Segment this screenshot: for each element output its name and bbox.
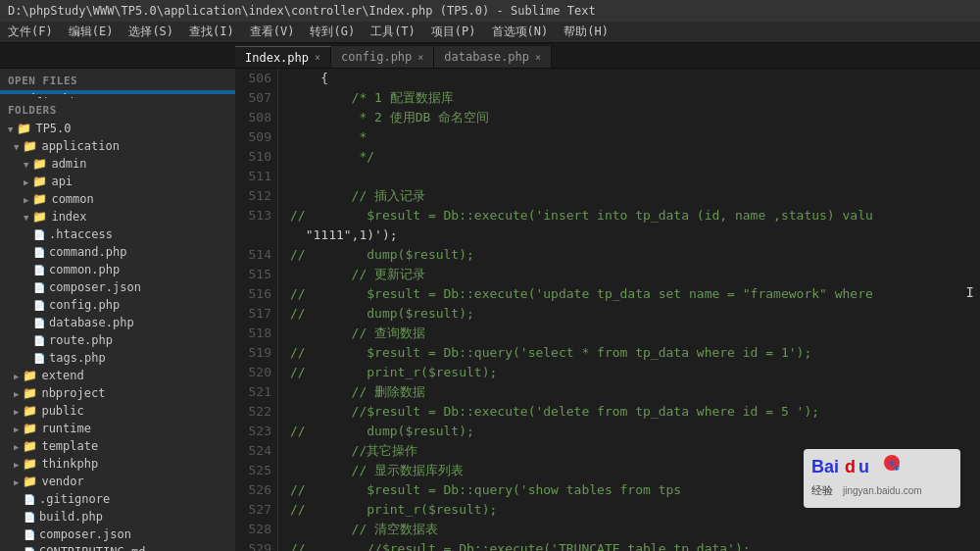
cursor-icon: I	[966, 284, 974, 300]
sidebar-folder-thinkphp[interactable]: ▶📁thinkphp	[0, 455, 235, 473]
line-number: 519	[235, 343, 271, 363]
sidebar-file-composerjson[interactable]: 📄composer.json	[0, 526, 235, 543]
code-line: *	[290, 127, 980, 147]
code-content: 5065075085095105115125135145155165175185…	[235, 69, 980, 551]
line-number: 528	[235, 520, 271, 539]
line-number: 524	[235, 441, 271, 461]
open-files-label: OPEN FILES	[0, 69, 235, 90]
sidebar-folder-template[interactable]: ▶📁template	[0, 437, 235, 455]
code-line	[290, 167, 980, 186]
line-number: 526	[235, 480, 271, 500]
code-line: // 清空数据表	[290, 520, 980, 539]
line-number: 513	[235, 206, 271, 225]
line-number: 518	[235, 324, 271, 343]
code-line: // $result = Db::query('show tables from…	[290, 480, 980, 500]
tab-Indexphp[interactable]: Index.php×	[235, 46, 331, 68]
title-text: D:\phpStudy\WWW\TP5.0\application\index\…	[8, 4, 596, 18]
menu-item[interactable]: 转到(G)	[302, 22, 363, 42]
sidebar-folder-runtime[interactable]: ▶📁runtime	[0, 420, 235, 437]
code-line: "1111",1)');	[290, 225, 980, 245]
sidebar-file-htaccess[interactable]: 📄.htaccess	[0, 225, 235, 243]
line-number: 523	[235, 422, 271, 441]
sidebar-folder-vendor[interactable]: ▶📁vendor	[0, 473, 235, 490]
line-number: 508	[235, 108, 271, 127]
line-numbers: 5065075085095105115125135145155165175185…	[235, 69, 278, 551]
sidebar-folder-tp5.0[interactable]: ▼📁TP5.0	[0, 120, 235, 137]
sidebar-folder-application[interactable]: ▼📁application	[0, 137, 235, 155]
line-number: 506	[235, 69, 271, 88]
code-line: // 查询数据	[290, 324, 980, 343]
tab-close-icon[interactable]: ×	[417, 52, 423, 63]
menu-bar: 文件(F)编辑(E)选择(S)查找(I)查看(V)转到(G)工具(T)项目(P)…	[0, 22, 980, 43]
line-number: 516	[235, 284, 271, 304]
code-line: // print_r($result);	[290, 500, 980, 520]
sidebar: OPEN FILES Index.php config.php FOLDERS …	[0, 69, 235, 551]
line-number: 520	[235, 363, 271, 382]
sidebar-file-commonphp[interactable]: 📄common.php	[0, 261, 235, 278]
sidebar-file-composerjson[interactable]: 📄composer.json	[0, 278, 235, 296]
code-line: // 插入记录	[290, 186, 980, 206]
code-lines: { /* 1 配置数据库 * 2 使用DB 命名空间 * */ // 插入记录/…	[278, 69, 980, 551]
menu-item[interactable]: 查找(I)	[181, 22, 242, 42]
menu-item[interactable]: 选择(S)	[121, 22, 181, 42]
sidebar-file-tagsphp[interactable]: 📄tags.php	[0, 349, 235, 367]
tab-close-icon[interactable]: ×	[315, 52, 320, 63]
sidebar-file-databasephp[interactable]: 📄database.php	[0, 314, 235, 331]
code-line: // 显示数据库列表	[290, 461, 980, 480]
sidebar-file-gitignore[interactable]: 📄.gitignore	[0, 490, 235, 508]
code-line: //其它操作	[290, 441, 980, 461]
main-layout: OPEN FILES Index.php config.php FOLDERS …	[0, 69, 980, 551]
sidebar-folder-public[interactable]: ▶📁public	[0, 402, 235, 420]
code-line: // $result = Db::execute('update tp_data…	[290, 284, 980, 304]
menu-item[interactable]: 帮助(H)	[556, 22, 616, 42]
sidebar-folder-api[interactable]: ▶📁api	[0, 173, 235, 190]
line-number: 509	[235, 127, 271, 147]
menu-item[interactable]: 编辑(E)	[61, 22, 122, 42]
code-line: */	[290, 147, 980, 167]
tab-databasephp[interactable]: database.php×	[434, 46, 552, 68]
sidebar-tree: ▼📁TP5.0▼📁application▼📁admin▶📁api▶📁common…	[0, 120, 235, 551]
line-number: 511	[235, 167, 271, 186]
code-line: //$result = Db::execute('delete from tp_…	[290, 402, 980, 422]
menu-item[interactable]: 文件(F)	[0, 22, 61, 42]
line-number: 521	[235, 382, 271, 402]
title-bar: D:\phpStudy\WWW\TP5.0\application\index\…	[0, 0, 980, 22]
line-number	[235, 225, 271, 245]
code-line: // 删除数据	[290, 382, 980, 402]
code-line: /* 1 配置数据库	[290, 88, 980, 108]
code-line: * 2 使用DB 命名空间	[290, 108, 980, 127]
menu-item[interactable]: 查看(V)	[242, 22, 303, 42]
sidebar-file-configphp[interactable]: 📄config.php	[0, 296, 235, 314]
code-line: // dump($result);	[290, 422, 980, 441]
line-number: 512	[235, 186, 271, 206]
menu-item[interactable]: 首选项(N)	[484, 22, 557, 42]
line-number: 527	[235, 500, 271, 520]
line-number: 510	[235, 147, 271, 167]
sidebar-file-routephp[interactable]: 📄route.php	[0, 331, 235, 349]
sidebar-folder-common[interactable]: ▶📁common	[0, 190, 235, 208]
sidebar-folder-index[interactable]: ▼📁index	[0, 208, 235, 225]
code-area[interactable]: 5065075085095105115125135145155165175185…	[235, 69, 980, 551]
line-number: 515	[235, 265, 271, 284]
line-number: 507	[235, 88, 271, 108]
code-line: // $result = Db::query('select * from tp…	[290, 343, 980, 363]
line-number: 522	[235, 402, 271, 422]
code-line: {	[290, 69, 980, 88]
tab-configphp[interactable]: config.php×	[331, 46, 434, 68]
line-number: 517	[235, 304, 271, 324]
sidebar-file-commandphp[interactable]: 📄command.php	[0, 243, 235, 261]
code-line: // dump($result);	[290, 245, 980, 265]
sidebar-folder-admin[interactable]: ▼📁admin	[0, 155, 235, 173]
tabs-row: Index.php×config.php×database.php×	[0, 43, 980, 69]
line-number: 529	[235, 539, 271, 551]
code-line: // dump($result);	[290, 304, 980, 324]
tab-close-icon[interactable]: ×	[535, 52, 541, 63]
menu-item[interactable]: 工具(T)	[363, 22, 423, 42]
sidebar-folder-extend[interactable]: ▶📁extend	[0, 367, 235, 384]
code-line: // $result = Db::execute('insert into tp…	[290, 206, 980, 225]
sidebar-file-CONTRIBUTINGmd[interactable]: 📄CONTRIBUTING.md	[0, 543, 235, 551]
sidebar-file-buildphp[interactable]: 📄build.php	[0, 508, 235, 526]
sidebar-folder-nbproject[interactable]: ▶📁nbproject	[0, 384, 235, 402]
line-number: 514	[235, 245, 271, 265]
menu-item[interactable]: 项目(P)	[423, 22, 484, 42]
